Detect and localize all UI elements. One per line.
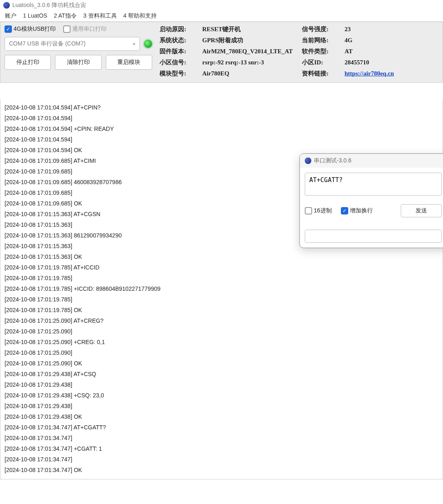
hex-option[interactable]: 16进制 (305, 207, 332, 214)
model-value: Air780EQ (202, 70, 296, 77)
checkbox-icon (305, 207, 312, 214)
cell-id-label: 小区ID: (302, 59, 339, 66)
serial-test-popup: 串口测试-3.0.6 16进制 增加换行 发送 (299, 153, 443, 248)
sys-state-label: 系统状态: (160, 36, 196, 44)
app-icon (3, 2, 10, 9)
button-row: 停止打印 清除打印 重启模块 (5, 55, 152, 70)
checkbox-icon (341, 207, 348, 214)
serial-print-option[interactable]: 通用串口打印 (63, 25, 107, 33)
log-line: [2024-10-08 17:01:29.438] (5, 401, 438, 412)
usb-print-label: 4G模块USB打印 (14, 25, 56, 33)
log-line: [2024-10-08 17:01:29.438] (5, 380, 438, 390)
fw-value: AirM2M_780EQ_V2014_LTE_AT (202, 48, 296, 55)
serial-print-label: 通用串口打印 (72, 25, 107, 33)
log-line: [2024-10-08 17:01:19.785] AT+ICCID (5, 262, 438, 273)
send-button[interactable]: 发送 (401, 204, 442, 217)
window-title: Luatools_3.0.6 降功耗找合宙 (12, 2, 86, 9)
newline-label: 增加换行 (350, 207, 373, 214)
menu-help[interactable]: 4 帮助和支持 (123, 12, 157, 20)
signal-label: 信号强度: (302, 25, 339, 33)
log-line: [2024-10-08 17:01:25.090] (5, 326, 438, 337)
sw-type-value: AT (345, 48, 438, 55)
stop-print-button[interactable]: 停止打印 (5, 55, 51, 70)
port-row: COM7 USB 串行设备 (COM7) ▾ (5, 37, 152, 51)
doc-label: 资料链接: (302, 70, 339, 78)
status-led-icon (144, 40, 152, 48)
boot-reason-value: RESET键开机 (202, 25, 296, 33)
log-line: [2024-10-08 17:01:25.090] OK (5, 358, 438, 369)
restart-module-button[interactable]: 重启模块 (106, 55, 152, 70)
log-line: [2024-10-08 17:01:34.747] OK (5, 465, 438, 476)
popup-title-text: 串口测试-3.0.6 (314, 157, 352, 164)
net-label: 当前网络: (302, 36, 339, 44)
cell-sig-value: rsrp:-92 rsrq:-13 snr:-3 (202, 59, 296, 66)
app-icon (305, 157, 311, 164)
cell-sig-label: 小区信号: (160, 59, 196, 66)
port-select[interactable]: COM7 USB 串行设备 (COM7) ▾ (5, 37, 140, 51)
checkbox-icon (63, 25, 71, 33)
boot-reason-label: 启动原因: (160, 25, 196, 33)
checkbox-icon (5, 25, 12, 33)
sw-type-label: 软件类型: (302, 48, 339, 55)
popup-titlebar: 串口测试-3.0.6 (300, 154, 443, 168)
log-line: [2024-10-08 17:01:34.747] (5, 454, 438, 465)
status-grid: 启动原因: RESET键开机 信号强度: 23 系统状态: GPRS附着成功 当… (152, 25, 438, 78)
signal-value: 23 (345, 26, 438, 33)
log-line: [2024-10-08 17:01:19.785] (5, 273, 438, 284)
title-bar: Luatools_3.0.6 降功耗找合宙 (0, 0, 443, 11)
log-line: [2024-10-08 17:01:29.438] AT+CSQ (5, 369, 438, 380)
net-value: 4G (345, 37, 438, 44)
newline-option[interactable]: 增加换行 (341, 207, 373, 214)
menu-bar: 账户 1 LuatOS 2 AT指令 3 资料和工具 4 帮助和支持 (0, 11, 443, 22)
clear-print-button[interactable]: 清除打印 (55, 55, 101, 70)
log-line: [2024-10-08 17:01:04.594] (5, 113, 438, 124)
chevron-down-icon: ▾ (133, 41, 135, 47)
popup-output[interactable] (305, 230, 442, 243)
log-line: [2024-10-08 17:01:19.785] +ICCID: 898604… (5, 284, 438, 294)
log-line: [2024-10-08 17:01:34.747] AT+CGATT? (5, 422, 438, 433)
port-select-text: COM7 USB 串行设备 (COM7) (9, 40, 86, 48)
cell-id-value: 28455710 (345, 59, 438, 66)
log-line: [2024-10-08 17:01:19.785] (5, 294, 438, 305)
popup-options-row: 16进制 增加换行 发送 (305, 204, 442, 217)
usb-print-option[interactable]: 4G模块USB打印 (5, 25, 56, 33)
log-line: [2024-10-08 17:01:29.438] +CSQ: 23,0 (5, 390, 438, 401)
log-line: [2024-10-08 17:01:34.747] +CGATT: 1 (5, 444, 438, 454)
menu-account[interactable]: 账户 (5, 12, 16, 20)
top-panel: 4G模块USB打印 通用串口打印 COM7 USB 串行设备 (COM7) ▾ … (0, 22, 443, 83)
log-line: [2024-10-08 17:01:04.594] (5, 135, 438, 145)
menu-luatos[interactable]: 1 LuatOS (23, 12, 47, 20)
menu-at[interactable]: 2 AT指令 (54, 12, 77, 20)
log-line: [2024-10-08 17:01:04.594] +CPIN: READY (5, 124, 438, 135)
menu-docs-tools[interactable]: 3 资料和工具 (83, 12, 117, 20)
log-line: [2024-10-08 17:01:25.090] +CREG: 0,1 (5, 337, 438, 348)
serial-command-input[interactable] (305, 173, 442, 196)
log-line: [2024-10-08 17:01:25.090] AT+CREG? (5, 316, 438, 326)
print-mode-row: 4G模块USB打印 通用串口打印 (5, 25, 152, 33)
sys-state-value: GPRS附着成功 (202, 36, 296, 44)
model-label: 模块型号: (160, 70, 196, 78)
log-line: [2024-10-08 17:01:04.594] AT+CPIN? (5, 103, 438, 113)
control-column: 4G模块USB打印 通用串口打印 COM7 USB 串行设备 (COM7) ▾ … (5, 25, 152, 78)
doc-link[interactable]: https://air780eq.cn (345, 70, 394, 77)
log-line: [2024-10-08 17:01:29.438] OK (5, 412, 438, 422)
log-line: [2024-10-08 17:01:15.363] OK (5, 252, 438, 262)
hex-label: 16进制 (314, 207, 332, 214)
fw-label: 固件版本: (160, 48, 196, 55)
log-line: [2024-10-08 17:01:25.090] (5, 348, 438, 358)
log-line: [2024-10-08 17:01:19.785] OK (5, 305, 438, 316)
log-line: [2024-10-08 17:01:34.747] (5, 433, 438, 444)
